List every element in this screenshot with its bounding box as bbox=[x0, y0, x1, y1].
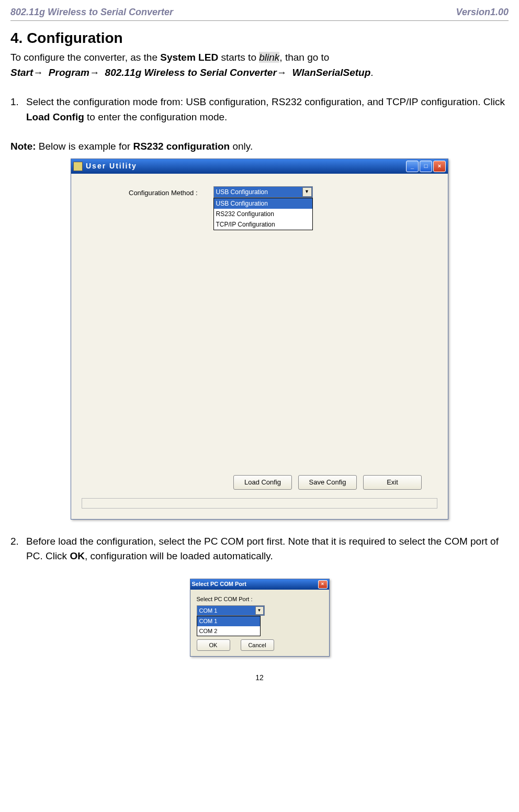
header-left: 802.11g Wireless to Serial Converter bbox=[10, 5, 173, 19]
status-bar bbox=[82, 498, 437, 509]
nav-product: 802.11g Wireless to Serial Converter bbox=[105, 67, 277, 78]
page-header: 802.11g Wireless to Serial Converter Ver… bbox=[10, 5, 509, 21]
arrow-icon: → bbox=[33, 67, 43, 78]
step1-text: Select the configuration mode from: USB … bbox=[26, 96, 505, 107]
step-number: 1. bbox=[10, 95, 26, 125]
close-button[interactable]: × bbox=[433, 161, 446, 172]
step-1: 1. Select the configuration mode from: U… bbox=[10, 95, 509, 125]
screenshot-2-container: Select PC COM Port × Select PC COM Port … bbox=[10, 579, 509, 657]
window-body: Select PC COM Port : COM 1 ▼ COM 1 COM 2… bbox=[190, 590, 329, 657]
close-button[interactable]: × bbox=[318, 580, 328, 589]
note-mid: Below is example for bbox=[36, 141, 133, 152]
step2-text: , configuration will be loaded automatic… bbox=[85, 550, 273, 561]
note-bold: RS232 configuration bbox=[133, 141, 230, 152]
maximize-button[interactable]: □ bbox=[420, 161, 432, 172]
load-config-button[interactable]: Load Config bbox=[233, 475, 292, 490]
select-com-port-window: Select PC COM Port × Select PC COM Port … bbox=[190, 579, 330, 657]
dropdown-option-com2[interactable]: COM 2 bbox=[197, 626, 260, 636]
step-2: 2. Before load the configuration, select… bbox=[10, 534, 509, 564]
page-number: 12 bbox=[10, 672, 509, 683]
ok-bold: OK bbox=[70, 550, 85, 561]
step-content: Before load the configuration, select th… bbox=[26, 534, 509, 564]
dropdown-selected: COM 1 bbox=[199, 606, 218, 615]
button-row: OK Cancel bbox=[197, 639, 323, 651]
titlebar: User Utility _ □ × bbox=[71, 159, 448, 174]
dropdown-option-com1[interactable]: COM 1 bbox=[197, 616, 260, 626]
config-method-label: Configuration Method : bbox=[129, 186, 198, 198]
step-content: Select the configuration mode from: USB … bbox=[26, 95, 509, 125]
exit-button[interactable]: Exit bbox=[363, 475, 422, 490]
spacer bbox=[82, 230, 437, 475]
config-method-combo-wrap: USB Configuration ▼ USB Configuration RS… bbox=[213, 186, 313, 230]
note-prefix: Note: bbox=[10, 141, 36, 152]
nav-wlansetup: WlanSerialSetup bbox=[292, 67, 370, 78]
com-port-label: Select PC COM Port : bbox=[197, 595, 323, 604]
period: . bbox=[370, 67, 373, 78]
minimize-button[interactable]: _ bbox=[406, 161, 419, 172]
user-utility-window: User Utility _ □ × Configuration Method … bbox=[71, 159, 448, 520]
section-title: 4. Configuration bbox=[10, 27, 509, 49]
nav-program: Program bbox=[49, 67, 89, 78]
dropdown-list: COM 1 COM 2 bbox=[197, 616, 261, 636]
system-led-bold: System LED bbox=[160, 52, 218, 63]
button-row: Load Config Save Config Exit bbox=[82, 475, 437, 490]
com-port-dropdown[interactable]: COM 1 ▼ bbox=[197, 605, 265, 616]
intro-text: , than go to bbox=[279, 52, 329, 63]
load-config-bold: Load Config bbox=[26, 111, 84, 122]
intro-text: To configure the converter, as the bbox=[10, 52, 160, 63]
intro-paragraph: To configure the converter, as the Syste… bbox=[10, 50, 509, 80]
note-line: Note: Below is example for RS232 configu… bbox=[10, 139, 509, 154]
arrow-icon: → bbox=[277, 67, 287, 78]
caption-buttons: _ □ × bbox=[406, 161, 446, 172]
nav-start: Start bbox=[10, 67, 33, 78]
blink-word: blink bbox=[259, 52, 279, 63]
chevron-down-icon[interactable]: ▼ bbox=[255, 606, 264, 615]
window-title: User Utility bbox=[86, 161, 406, 172]
dropdown-selected: USB Configuration bbox=[216, 187, 268, 197]
config-method-dropdown[interactable]: USB Configuration ▼ bbox=[213, 186, 313, 198]
header-right: Version1.00 bbox=[456, 5, 509, 19]
ok-button[interactable]: OK bbox=[197, 639, 230, 651]
save-config-button[interactable]: Save Config bbox=[298, 475, 357, 490]
step-number: 2. bbox=[10, 534, 26, 564]
intro-text: starts to bbox=[218, 52, 259, 63]
dropdown-option-rs232[interactable]: RS232 Configuration bbox=[214, 209, 312, 219]
config-method-row: Configuration Method : USB Configuration… bbox=[82, 186, 437, 230]
chevron-down-icon[interactable]: ▼ bbox=[302, 187, 312, 197]
dropdown-option-tcpip[interactable]: TCP/IP Configuration bbox=[214, 219, 312, 230]
app-icon bbox=[73, 162, 83, 171]
step1-text: to enter the configuration mode. bbox=[84, 111, 228, 122]
screenshot-1-container: User Utility _ □ × Configuration Method … bbox=[10, 159, 509, 520]
arrow-icon: → bbox=[89, 67, 99, 78]
window-title: Select PC COM Port bbox=[192, 580, 318, 589]
dropdown-option-usb[interactable]: USB Configuration bbox=[214, 198, 312, 209]
window-body: Configuration Method : USB Configuration… bbox=[71, 174, 448, 519]
titlebar: Select PC COM Port × bbox=[190, 579, 329, 590]
cancel-button[interactable]: Cancel bbox=[241, 639, 274, 651]
note-suffix: only. bbox=[230, 141, 253, 152]
dropdown-list: USB Configuration RS232 Configuration TC… bbox=[213, 198, 313, 230]
